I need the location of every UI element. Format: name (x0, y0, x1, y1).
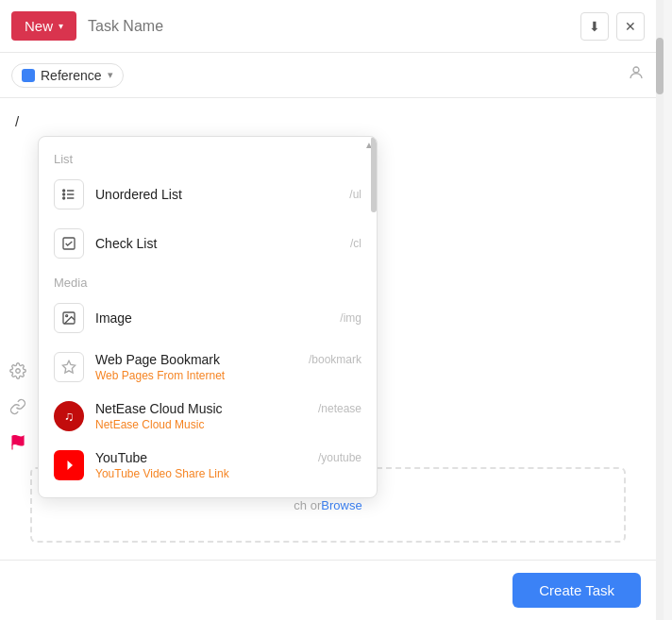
check-list-content: Check List /cl (95, 236, 361, 251)
media-section-label: Media (39, 268, 377, 293)
main-scrollbar-track (656, 0, 664, 620)
check-list-title: Check List /cl (95, 236, 361, 251)
side-toolbar (9, 362, 26, 455)
main-panel: New ▾ ⬇ ✕ Reference ▾ / (0, 0, 656, 620)
footer: Create Task (0, 560, 656, 620)
netease-icon: ♫ (54, 401, 84, 431)
svg-point-12 (16, 369, 21, 374)
youtube-title: YouTube /youtube (95, 450, 361, 465)
tag-bar: Reference ▾ (0, 53, 656, 98)
web-bookmark-title: Web Page Bookmark /bookmark (95, 352, 361, 367)
new-chevron-icon: ▾ (59, 21, 63, 31)
image-item[interactable]: Image /img (39, 293, 377, 343)
tag-color-dot (22, 69, 35, 82)
svg-point-0 (633, 67, 639, 73)
new-button[interactable]: New ▾ (11, 11, 76, 41)
svg-marker-10 (62, 360, 75, 373)
download-icon-button[interactable]: ⬇ (580, 12, 609, 41)
header-actions: ⬇ ✕ (580, 12, 645, 41)
netease-desc: NetEase Cloud Music (95, 418, 361, 431)
unordered-list-title: Unordered List /ul (95, 187, 361, 202)
web-bookmark-content: Web Page Bookmark /bookmark Web Pages Fr… (95, 352, 361, 382)
new-label: New (25, 18, 53, 34)
web-bookmark-desc: Web Pages From Internet (95, 369, 361, 382)
youtube-desc: YouTube Video Share Link (95, 467, 361, 480)
youtube-icon (54, 450, 84, 480)
upload-text: ch or (294, 498, 321, 512)
download-icon: ⬇ (589, 19, 600, 34)
youtube-content: YouTube /youtube YouTube Video Share Lin… (95, 450, 361, 480)
reference-tag[interactable]: Reference ▾ (11, 63, 124, 88)
svg-marker-11 (68, 461, 74, 470)
dropdown-inner: List Unordered (39, 137, 377, 497)
close-icon: ✕ (625, 19, 636, 34)
content-area: / ▲ List (0, 98, 656, 560)
svg-point-5 (63, 193, 65, 195)
task-name-input[interactable] (88, 18, 569, 35)
svg-point-6 (63, 197, 65, 199)
netease-content: NetEase Cloud Music /netease NetEase Clo… (95, 401, 361, 431)
main-scrollbar-thumb[interactable] (656, 38, 664, 94)
slash-text: / (15, 113, 19, 129)
netease-item[interactable]: ♫ NetEase Cloud Music /netease NetEase C… (39, 392, 377, 441)
tag-label: Reference (41, 68, 102, 83)
flag-icon[interactable] (9, 434, 26, 455)
check-list-icon (54, 228, 84, 259)
settings-icon[interactable] (9, 362, 26, 383)
create-task-button[interactable]: Create Task (512, 573, 641, 608)
svg-point-9 (66, 315, 68, 317)
unordered-list-item[interactable]: Unordered List /ul (39, 170, 377, 219)
create-task-label: Create Task (539, 582, 614, 598)
unordered-list-icon (54, 179, 84, 209)
slash-dropdown-menu: ▲ List (38, 136, 378, 498)
image-icon (54, 303, 84, 333)
svg-point-4 (63, 190, 65, 192)
person-icon[interactable] (628, 64, 645, 86)
link-icon[interactable] (9, 398, 26, 419)
bookmark-icon (54, 352, 84, 382)
image-content: Image /img (95, 310, 361, 326)
header: New ▾ ⬇ ✕ (0, 0, 656, 53)
browse-link[interactable]: Browse (321, 498, 361, 512)
check-list-item[interactable]: Check List /cl (39, 219, 377, 268)
dropdown-scroll-thumb[interactable] (371, 137, 377, 212)
dropdown-scrollbar (371, 137, 377, 497)
image-title: Image /img (95, 310, 361, 326)
unordered-list-content: Unordered List /ul (95, 187, 361, 202)
tag-chevron-icon: ▾ (108, 69, 113, 81)
youtube-item[interactable]: YouTube /youtube YouTube Video Share Lin… (39, 441, 377, 490)
list-section-label: List (39, 144, 377, 170)
netease-title: NetEase Cloud Music /netease (95, 401, 361, 416)
close-icon-button[interactable]: ✕ (616, 12, 645, 41)
web-bookmark-item[interactable]: Web Page Bookmark /bookmark Web Pages Fr… (39, 343, 377, 392)
